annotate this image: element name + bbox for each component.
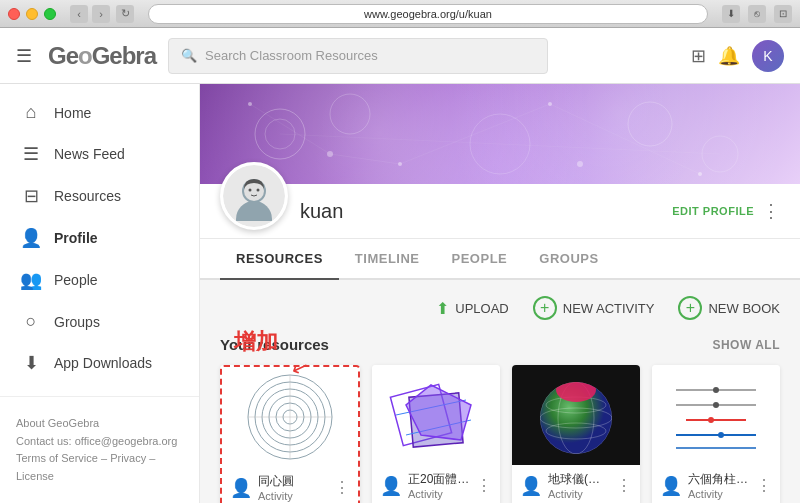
svg-point-52	[718, 432, 724, 438]
svg-point-49	[713, 387, 719, 393]
svg-point-11	[577, 161, 583, 167]
svg-point-50	[713, 402, 719, 408]
menu-hamburger-icon[interactable]: ☰	[16, 45, 32, 67]
user-avatar[interactable]: K	[752, 40, 784, 72]
minimize-button[interactable]	[26, 8, 38, 20]
sidebar-item-appdownloads[interactable]: ⬇ App Downloads	[0, 342, 199, 384]
notification-bell-icon[interactable]: 🔔	[718, 45, 740, 67]
about-link[interactable]: About GeoGebra	[16, 415, 183, 433]
resource-card-1[interactable]: 👤 同心圓 Activity ⋮	[220, 365, 360, 503]
card-thumbnail-4	[652, 365, 780, 465]
edit-profile-button[interactable]: EDIT PROFILE	[672, 205, 754, 217]
card-user-icon-3: 👤	[520, 475, 542, 497]
newsfeed-icon: ☰	[20, 143, 42, 165]
refresh-button[interactable]: ↻	[116, 5, 134, 23]
resource-card-2[interactable]: 👤 正20面體及內部... Activity ⋮	[372, 365, 500, 503]
upload-icon: ⬆	[436, 299, 449, 318]
svg-line-13	[330, 154, 400, 164]
resource-card-4[interactable]: 👤 六個角柱的結合 Activity ⋮	[652, 365, 780, 503]
profile-actions: EDIT PROFILE ⋮	[672, 200, 780, 222]
new-activity-button[interactable]: + NEW ACTIVITY	[533, 296, 655, 320]
card-wrapper-1: 增加 ↙	[220, 365, 360, 503]
sidebar-label-home: Home	[54, 105, 91, 121]
avatar-svg	[229, 171, 279, 221]
back-button[interactable]: ‹	[70, 5, 88, 23]
window-icon[interactable]: ⊡	[774, 5, 792, 23]
show-all-button[interactable]: SHOW ALL	[712, 338, 780, 352]
url-text: www.geogebra.org/u/kuan	[364, 8, 492, 20]
people-icon: 👥	[20, 269, 42, 291]
sidebar-item-home[interactable]: ⌂ Home	[0, 92, 199, 133]
profile-name: kuan	[300, 200, 343, 223]
globe-svg	[516, 370, 636, 460]
upload-label: UPLOAD	[455, 301, 508, 316]
card-more-icon-4[interactable]: ⋮	[756, 476, 772, 495]
terms-link[interactable]: Terms of Service	[16, 452, 98, 464]
profile-header: kuan EDIT PROFILE ⋮	[200, 184, 800, 239]
tab-people[interactable]: PEOPLE	[436, 239, 524, 280]
sidebar-item-newsfeed[interactable]: ☰ News Feed	[0, 133, 199, 175]
tab-resources[interactable]: RESOURCES	[220, 239, 339, 280]
svg-point-51	[708, 417, 714, 423]
resource-card-3[interactable]: 👤 地球儀(經緯度) Activity ⋮	[512, 365, 640, 503]
resources-section: Your resources SHOW ALL 增加 ↙	[220, 336, 780, 503]
card-type-2: Activity	[408, 488, 470, 500]
card-thumbnail-3	[512, 365, 640, 465]
grid-icon[interactable]: ⊞	[691, 45, 706, 67]
svg-line-17	[500, 144, 720, 154]
sidebar-item-resources[interactable]: ⊟ Resources	[0, 175, 199, 217]
banner-decoration	[200, 84, 800, 184]
sidebar-label-groups: Groups	[54, 314, 100, 330]
sidebar-label-newsfeed: News Feed	[54, 146, 125, 162]
maximize-button[interactable]	[44, 8, 56, 20]
privacy-link[interactable]: Privacy	[110, 452, 146, 464]
sidebar-item-groups[interactable]: ○ Groups	[0, 301, 199, 342]
card-title-4: 六個角柱的結合	[688, 471, 750, 488]
card-more-icon-2[interactable]: ⋮	[476, 476, 492, 495]
sidebar: ⌂ Home ☰ News Feed ⊟ Resources 👤 Profile…	[0, 84, 200, 503]
cards-row: 增加 ↙	[220, 365, 780, 503]
license-link[interactable]: License	[16, 470, 54, 482]
svg-line-16	[280, 134, 500, 144]
card-type-4: Activity	[688, 488, 750, 500]
new-activity-label: NEW ACTIVITY	[563, 301, 655, 316]
avatar	[220, 162, 288, 230]
download-icon[interactable]: ⬇	[722, 5, 740, 23]
contact-text: Contact us: office@geogebra.org	[16, 433, 183, 451]
close-button[interactable]	[8, 8, 20, 20]
add-book-icon: +	[678, 296, 702, 320]
card-title-2: 正20面體及內部...	[408, 471, 470, 488]
card-title-1: 同心圓	[258, 473, 328, 490]
card-more-icon-1[interactable]: ⋮	[334, 478, 350, 497]
new-book-label: NEW BOOK	[708, 301, 780, 316]
geometry-svg	[376, 370, 496, 460]
resources-header: Your resources SHOW ALL	[220, 336, 780, 353]
card-thumbnail-1	[222, 367, 358, 467]
new-book-button[interactable]: + NEW BOOK	[678, 296, 780, 320]
search-placeholder: Search Classroom Resources	[205, 48, 378, 63]
more-options-icon[interactable]: ⋮	[762, 200, 780, 222]
card-footer-4: 👤 六個角柱的結合 Activity ⋮	[652, 465, 780, 503]
home-icon: ⌂	[20, 102, 42, 123]
sidebar-item-profile[interactable]: 👤 Profile	[0, 217, 199, 259]
card-info-1: 同心圓 Activity	[258, 473, 328, 502]
language-selector[interactable]: 🌐 Language: English	[0, 495, 199, 503]
card-footer-3: 👤 地球儀(經緯度) Activity ⋮	[512, 465, 640, 503]
sidebar-label-people: People	[54, 272, 98, 288]
card-thumbnail-2	[372, 365, 500, 465]
sidebar-item-people[interactable]: 👥 People	[0, 259, 199, 301]
add-activity-icon: +	[533, 296, 557, 320]
tab-groups[interactable]: GROUPS	[523, 239, 614, 280]
svg-point-22	[257, 189, 260, 192]
tab-timeline[interactable]: TIMELINE	[339, 239, 436, 280]
legal-links: Terms of Service – Privacy – License	[16, 450, 183, 485]
forward-button[interactable]: ›	[92, 5, 110, 23]
share-icon[interactable]: ⎋	[748, 5, 766, 23]
groups-icon: ○	[20, 311, 42, 332]
address-bar[interactable]: www.geogebra.org/u/kuan	[148, 4, 708, 24]
upload-button[interactable]: ⬆ UPLOAD	[436, 299, 508, 318]
card-user-icon-2: 👤	[380, 475, 402, 497]
profile-icon: 👤	[20, 227, 42, 249]
card-more-icon-3[interactable]: ⋮	[616, 476, 632, 495]
search-bar[interactable]: 🔍 Search Classroom Resources	[168, 38, 548, 74]
